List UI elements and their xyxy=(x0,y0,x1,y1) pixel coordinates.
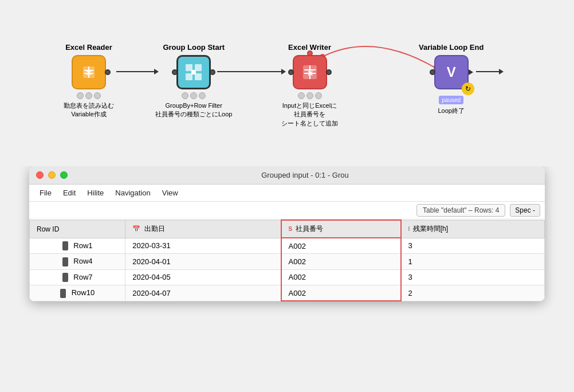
th-date: 📅 出勤日 xyxy=(125,220,281,238)
excel-writer-node[interactable]: Excel Writer ✕ Inputと同じExcelに社員番号をシート名とし… xyxy=(281,43,338,128)
menu-edit[interactable]: Edit xyxy=(58,187,80,198)
window-title: Grouped input - 0:1 - Grou xyxy=(261,171,348,179)
cell-employee: A002 xyxy=(281,269,401,285)
excel-reader-icon: ✕ xyxy=(72,55,106,89)
group-loop-start-label: GroupBy+Row Filter社員番号の種類ごとにLoop xyxy=(155,101,232,119)
svg-marker-7 xyxy=(499,69,504,75)
group-loop-start-icon xyxy=(176,55,211,89)
window: Grouped input - 0:1 - Grou File Edit Hil… xyxy=(29,166,545,301)
refresh-icon: ↻ xyxy=(462,83,474,95)
cell-overtime: 2 xyxy=(401,285,545,301)
paused-badge: paused xyxy=(439,94,463,104)
group-loop-start-node[interactable]: Group Loop Start GroupBy+Row Filter社員番号の… xyxy=(155,43,232,119)
excel-writer-label: Inputと同じExcelに社員番号をシート名として追加 xyxy=(281,101,338,128)
data-table: Row ID 📅 出勤日 S 社員番号 I 残業時間[h] xyxy=(29,219,545,301)
excel-reader-node[interactable]: Excel Reader ✕ 勤怠表を読み込む Variable作成 xyxy=(64,43,114,119)
group-loop-start-title: Group Loop Start xyxy=(163,43,225,52)
variable-loop-end-node[interactable]: Variable Loop End V ↻ paused Loop終了 xyxy=(419,43,483,115)
excel-reader-label: 勤怠表を読み込む Variable作成 xyxy=(64,101,114,119)
excel-writer-port-left xyxy=(288,69,294,75)
svg-text:✕: ✕ xyxy=(85,68,92,77)
cell-overtime: 1 xyxy=(401,254,545,270)
excel-writer-port-top xyxy=(307,50,313,56)
variable-loop-end-title: Variable Loop End xyxy=(419,43,483,52)
row-indicator xyxy=(62,273,68,282)
svg-rect-16 xyxy=(186,73,192,80)
svg-rect-15 xyxy=(195,64,202,71)
svg-text:✕: ✕ xyxy=(306,69,313,78)
cell-rowid: Row1 xyxy=(30,238,125,254)
menu-bar: File Edit Hilite Navigation View xyxy=(29,185,545,202)
svg-rect-14 xyxy=(186,64,192,71)
cell-rowid: Row4 xyxy=(30,254,125,270)
s-icon: S xyxy=(289,226,293,232)
menu-navigation[interactable]: Navigation xyxy=(111,187,155,198)
workflow-area: Excel Reader ✕ 勤怠表を読み込む Variable作成 Group… xyxy=(0,0,574,166)
row-indicator xyxy=(62,241,68,250)
maximize-button[interactable] xyxy=(60,171,68,179)
menu-hilite[interactable]: Hilite xyxy=(82,187,108,198)
table-container: Row ID 📅 出勤日 S 社員番号 I 残業時間[h] xyxy=(29,219,545,301)
excel-writer-dots xyxy=(298,92,322,99)
toolbar-row: Table "default" – Rows: 4 Spec - xyxy=(29,202,545,219)
cell-date: 2020-04-05 xyxy=(125,269,281,285)
spec-button[interactable]: Spec - xyxy=(510,204,540,217)
calendar-icon: 📅 xyxy=(132,225,140,232)
cell-date: 2020-03-31 xyxy=(125,238,281,254)
excel-reader-port-right xyxy=(105,69,111,75)
cell-overtime: 3 xyxy=(401,269,545,285)
cell-date: 2020-04-01 xyxy=(125,254,281,270)
th-employee: S 社員番号 xyxy=(281,220,401,238)
svg-rect-17 xyxy=(195,73,202,80)
title-bar: Grouped input - 0:1 - Grou xyxy=(29,166,545,185)
th-rowid: Row ID xyxy=(30,220,125,238)
th-overtime: I 残業時間[h] xyxy=(401,220,545,238)
variable-loop-end-label: Loop終了 xyxy=(438,107,464,115)
i-icon: I xyxy=(408,226,410,232)
window-container: Grouped input - 0:1 - Grou File Edit Hil… xyxy=(0,166,574,301)
excel-writer-port-right xyxy=(326,69,332,75)
table-row: Row7 2020-04-05 A002 3 xyxy=(30,269,545,285)
row-indicator xyxy=(60,289,66,298)
group-loop-start-port-right xyxy=(210,69,215,75)
cell-rowid: Row10 xyxy=(30,285,125,301)
close-button[interactable] xyxy=(36,171,44,179)
excel-reader-dots xyxy=(77,92,101,99)
cell-rowid: Row7 xyxy=(30,269,125,285)
cell-date: 2020-04-07 xyxy=(125,285,281,301)
table-row: Row1 2020-03-31 A002 3 xyxy=(30,238,545,254)
excel-writer-icon: ✕ xyxy=(293,55,327,89)
group-loop-start-dots xyxy=(182,92,206,99)
svg-rect-18 xyxy=(191,70,196,75)
table-info: Table "default" – Rows: 4 xyxy=(416,204,505,217)
table-row: Row10 2020-04-07 A002 2 xyxy=(30,285,545,301)
cell-employee: A002 xyxy=(281,254,401,270)
variable-loop-end-port-right-arrow xyxy=(469,69,473,75)
menu-view[interactable]: View xyxy=(158,187,183,198)
variable-loop-end-port-left xyxy=(430,69,435,75)
group-loop-start-port-left xyxy=(172,69,178,75)
cell-employee: A002 xyxy=(281,238,401,254)
row-indicator xyxy=(62,257,68,266)
cell-overtime: 3 xyxy=(401,238,545,254)
minimize-button[interactable] xyxy=(48,171,56,179)
menu-file[interactable]: File xyxy=(35,187,56,198)
cell-employee: A002 xyxy=(281,285,401,301)
excel-reader-title: Excel Reader xyxy=(65,43,112,52)
table-row: Row4 2020-04-01 A002 1 xyxy=(30,254,545,270)
